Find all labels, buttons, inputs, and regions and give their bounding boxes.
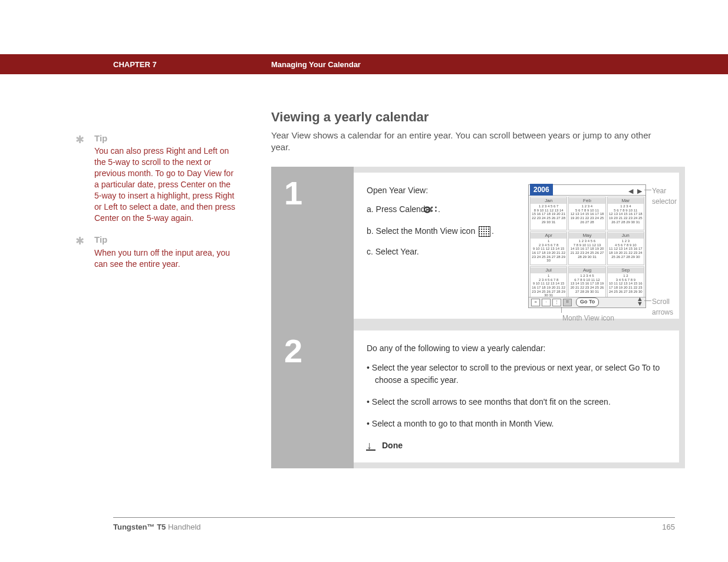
annot-year-selector: Year selector: [652, 186, 677, 207]
step-2-line1: Do any of the following to view a yearly…: [367, 342, 666, 355]
tip-2-text: When you turn off the input area, you ca…: [94, 247, 238, 270]
step-1-c: c. Select Year.: [367, 246, 514, 258]
month-view-button[interactable]: ⠿: [563, 299, 572, 306]
tip-2: ✱ Tip When you turn off the input area, …: [75, 234, 238, 269]
step-2-bullet-3: Select a month to go to that month in Mo…: [367, 418, 666, 430]
steps-container: 1 Open Year View: a. Press Calendar ⊙∷. …: [271, 167, 685, 468]
step-1-a: a. Press Calendar ⊙∷.: [367, 203, 514, 217]
calendar-button-icon: ⊙∷: [436, 203, 437, 217]
step-1-b: b. Select the Month View icon .: [367, 225, 514, 237]
month-aug[interactable]: Aug1 2 3 4 5 6 7 8 9 10 11 12 13 14 15 1…: [568, 266, 605, 300]
tip-1: ✱ Tip You can also press Right and Left …: [75, 133, 238, 223]
chapter-label: CHAPTER 7: [113, 60, 271, 69]
section-heading: Viewing a yearly calendar: [271, 110, 672, 125]
scroll-arrows[interactable]: ▲▼: [637, 297, 643, 306]
annot-line: [644, 190, 651, 190]
annot-scroll-arrows: Scroll arrows: [652, 296, 673, 318]
done-label: Done: [382, 439, 403, 452]
year-bar: 2006 ◀ ▶: [529, 185, 645, 196]
month-mar[interactable]: Mar1 2 3 4 5 6 7 8 9 10 11 12 13 14 15 1…: [607, 197, 644, 230]
header-bar: CHAPTER 7 Managing Your Calendar: [0, 54, 728, 74]
tips-column: ✱ Tip You can also press Right and Left …: [75, 133, 238, 280]
month-jun[interactable]: Jun1 2 3 4 5 6 7 8 9 10 11 12 13 14 15 1…: [607, 232, 644, 265]
step-2-body: Do any of the following to view a yearly…: [354, 330, 679, 462]
view-toolbar: ≡ · ⋮ ⠿ Go To ▲▼: [529, 297, 645, 308]
step-1-body: Open Year View: a. Press Calendar ⊙∷. b.…: [354, 173, 679, 319]
tip-1-text: You can also press Right and Left on the…: [94, 146, 238, 223]
step-1-line1: Open Year View:: [367, 184, 514, 197]
year-label: 2006: [530, 184, 553, 196]
month-feb[interactable]: Feb1 2 3 4 5 6 7 8 9 10 11 12 13 14 15 1…: [568, 197, 605, 230]
months-grid: Jan1 2 3 4 5 6 7 8 9 10 11 12 13 14 15 1…: [529, 196, 645, 301]
tip-2-label: Tip: [94, 234, 238, 246]
month-may[interactable]: May1 2 3 4 5 6 7 8 9 10 11 12 13 14 15 1…: [568, 232, 605, 265]
month-apr[interactable]: Apr1 2 3 4 5 6 7 8 9 10 11 12 13 14 15 1…: [530, 232, 567, 265]
goto-button[interactable]: Go To: [576, 297, 599, 307]
month-jan[interactable]: Jan1 2 3 4 5 6 7 8 9 10 11 12 13 14 15 1…: [530, 197, 567, 230]
step-2-number: 2: [271, 325, 354, 468]
month-view-icon: [479, 226, 490, 237]
annot-month-view: Month View icon: [547, 313, 630, 323]
week-view-button[interactable]: ⋮: [552, 299, 561, 306]
agenda-view-button[interactable]: ≡: [531, 299, 540, 306]
tip-1-label: Tip: [94, 133, 238, 144]
step-1-number: 1: [271, 167, 354, 325]
section-intro: Year View shows a calendar for an entire…: [271, 130, 672, 154]
done-row: Done: [367, 439, 666, 452]
month-jul[interactable]: Jul1 2 3 4 5 6 7 8 9 10 11 12 13 14 15 1…: [530, 266, 567, 300]
main-column: Viewing a yearly calendar Year View show…: [271, 110, 672, 468]
step-1-text: Open Year View: a. Press Calendar ⊙∷. b.…: [367, 184, 514, 308]
product-name: Tungsten™ T5 Handheld: [113, 523, 201, 531]
year-view-screenshot-wrapper: 2006 ◀ ▶ Jan1 2 3 4 5 6 7 8 9 10 11 12 1…: [528, 184, 646, 308]
day-view-button[interactable]: ·: [542, 299, 551, 306]
step-2-bullet-1: Select the year selector to scroll to th…: [367, 362, 666, 386]
annot-line: [561, 307, 562, 313]
footer: Tungsten™ T5 Handheld 165: [113, 517, 675, 531]
tip-star-icon: ✱: [75, 133, 84, 147]
step-1: 1 Open Year View: a. Press Calendar ⊙∷. …: [271, 167, 685, 325]
page-number: 165: [662, 523, 675, 531]
year-view-screenshot: 2006 ◀ ▶ Jan1 2 3 4 5 6 7 8 9 10 11 12 1…: [528, 184, 646, 308]
step-2-bullet-2: Select the scroll arrows to see months t…: [367, 396, 666, 408]
month-sep[interactable]: Sep1 2 3 4 5 6 7 8 9 10 11 12 13 14 15 1…: [607, 266, 644, 300]
year-selector-arrows[interactable]: ◀ ▶: [628, 186, 643, 196]
annot-line: [644, 300, 651, 301]
step-2: 2 Do any of the following to view a year…: [271, 325, 685, 468]
tip-star-icon: ✱: [75, 234, 84, 248]
done-arrow-icon: [367, 440, 376, 451]
header-title: Managing Your Calendar: [271, 60, 361, 69]
